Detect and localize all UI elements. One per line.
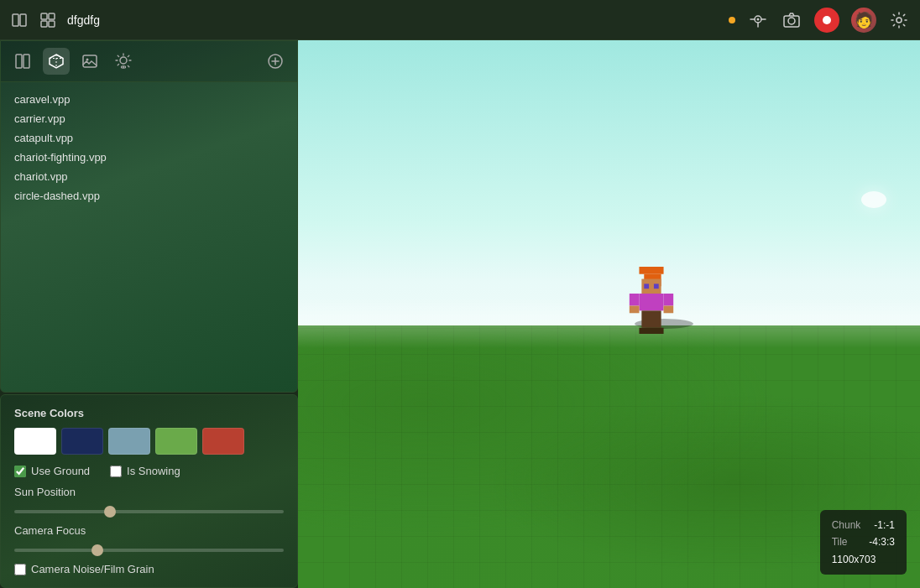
color-swatches <box>14 428 284 455</box>
scene-colors-label: Scene Colors <box>14 407 284 419</box>
svg-point-10 <box>823 16 831 24</box>
tab-light[interactable] <box>110 48 137 75</box>
file-list: caravel.vpp carrier.vpp catapult.vpp cha… <box>1 82 297 213</box>
svg-rect-13 <box>24 55 29 68</box>
svg-rect-31 <box>651 327 664 333</box>
svg-rect-27 <box>663 305 673 313</box>
camera-noise-input[interactable] <box>14 564 26 575</box>
file-panel-tabs <box>1 41 297 82</box>
tile-label: Tile <box>832 533 848 550</box>
svg-rect-24 <box>629 294 639 306</box>
svg-rect-22 <box>653 284 658 289</box>
viewport[interactable]: Chunk -1:-1 Tile -4:3:3 1100x703 <box>298 40 920 588</box>
svg-rect-21 <box>644 284 649 289</box>
file-item[interactable]: chariot-fighting.vpp <box>14 148 284 166</box>
scene-panel: Scene Colors Use Ground Is Snowing <box>0 394 298 588</box>
file-item[interactable]: catapult.vpp <box>14 129 284 147</box>
tab-add[interactable] <box>262 48 289 75</box>
topbar-right: 🧑 <box>729 8 910 33</box>
status-dot <box>729 17 735 23</box>
file-item[interactable]: carrier.vpp <box>14 110 284 127</box>
settings-icon[interactable] <box>888 9 910 31</box>
svg-rect-0 <box>13 14 18 26</box>
sidebar-toggle-icon[interactable] <box>10 11 29 29</box>
left-panel: caravel.vpp carrier.vpp catapult.vpp cha… <box>0 40 298 588</box>
svg-rect-2 <box>41 13 47 19</box>
tile-value: -4:3:3 <box>869 533 895 550</box>
svg-rect-30 <box>639 327 651 333</box>
is-snowing-input[interactable] <box>110 466 122 477</box>
character-sprite <box>626 267 677 334</box>
svg-rect-5 <box>49 21 55 27</box>
svg-rect-4 <box>41 21 47 27</box>
topbar: dfgdfg 🧑 <box>0 0 920 40</box>
svg-rect-12 <box>16 55 22 68</box>
panel-icon[interactable] <box>39 11 57 29</box>
is-snowing-checkbox[interactable]: Is Snowing <box>110 465 180 477</box>
svg-point-9 <box>788 18 795 24</box>
tab-sidebar[interactable] <box>9 48 36 75</box>
chunk-info: Chunk -1:-1 Tile -4:3:3 1100x703 <box>820 510 907 575</box>
file-item[interactable]: circle-dashed.vpp <box>14 187 284 205</box>
sun-position-slider[interactable] <box>14 510 284 513</box>
use-ground-label: Use Ground <box>31 465 90 477</box>
camera-focus-label: Camera Focus <box>14 524 284 537</box>
use-ground-input[interactable] <box>14 466 26 477</box>
sun-position-row: Sun Position <box>14 486 284 516</box>
checkboxes-row: Use Ground Is Snowing <box>14 465 284 477</box>
tab-image[interactable] <box>76 48 103 75</box>
app-title: dfgdfg <box>67 13 719 27</box>
tab-box[interactable] <box>43 48 70 75</box>
sky-background <box>298 40 920 341</box>
svg-point-16 <box>120 57 127 64</box>
swatch-green[interactable] <box>155 428 197 455</box>
camera-focus-row: Camera Focus <box>14 524 284 554</box>
chunk-label: Chunk <box>832 517 861 533</box>
svg-rect-26 <box>629 305 639 313</box>
svg-rect-28 <box>641 310 651 327</box>
swatch-red-brown[interactable] <box>202 428 244 455</box>
swatch-dark-blue[interactable] <box>61 428 103 455</box>
main-layout: caravel.vpp carrier.vpp catapult.vpp cha… <box>0 40 920 588</box>
sun-position-label: Sun Position <box>14 486 284 498</box>
svg-point-7 <box>757 18 760 20</box>
camera-noise-label: Camera Noise/Film Grain <box>31 563 154 575</box>
user-avatar[interactable]: 🧑 <box>851 8 876 33</box>
file-item[interactable]: chariot.vpp <box>14 168 284 185</box>
is-snowing-label: Is Snowing <box>127 465 180 477</box>
location-icon[interactable] <box>747 9 769 31</box>
horizon-blend <box>298 298 920 348</box>
svg-rect-25 <box>663 294 673 306</box>
svg-rect-29 <box>651 310 661 327</box>
camera-icon[interactable] <box>781 9 802 31</box>
svg-rect-3 <box>49 13 55 19</box>
svg-point-11 <box>896 18 902 23</box>
svg-rect-1 <box>20 14 26 26</box>
sun-glow <box>861 191 886 208</box>
chunk-value: -1:-1 <box>874 517 895 533</box>
record-button[interactable] <box>814 8 839 33</box>
camera-focus-slider[interactable] <box>14 549 284 552</box>
swatch-white[interactable] <box>14 428 56 455</box>
file-panel: caravel.vpp carrier.vpp catapult.vpp cha… <box>0 40 298 393</box>
svg-rect-14 <box>83 55 97 67</box>
svg-rect-18 <box>639 267 663 274</box>
camera-noise-checkbox[interactable]: Camera Noise/Film Grain <box>14 563 284 575</box>
swatch-sky-blue[interactable] <box>108 428 150 455</box>
use-ground-checkbox[interactable]: Use Ground <box>14 465 90 477</box>
svg-rect-23 <box>639 294 663 310</box>
size-value: 1100x703 <box>832 551 876 568</box>
file-item[interactable]: caravel.vpp <box>14 91 284 108</box>
